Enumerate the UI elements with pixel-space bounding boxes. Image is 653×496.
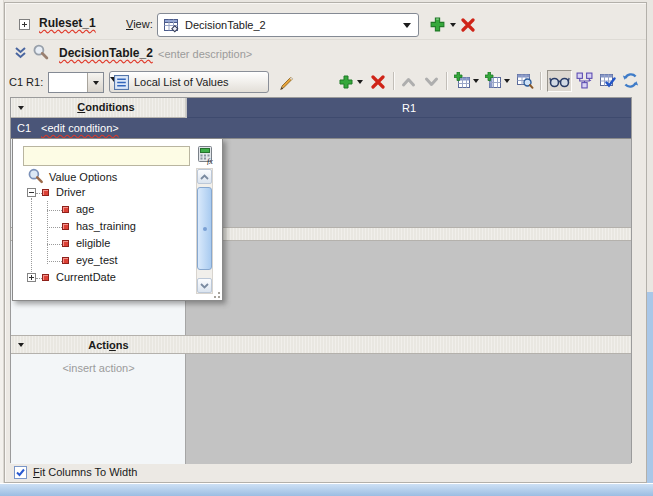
- edit-pencil-icon: [277, 72, 296, 91]
- toolbar: C1 R1: Local List of Values: [5, 68, 646, 95]
- scroll-up-button[interactable]: [197, 169, 212, 184]
- decision-table-editor-window: Ruleset_1 View: DecisionTable_2: [0, 0, 653, 496]
- move-up-button[interactable]: [401, 76, 416, 90]
- insert-row-caret-icon[interactable]: [473, 79, 479, 83]
- tree-collapse-icon[interactable]: [27, 188, 36, 197]
- view-selected-value: DecisionTable_2: [185, 19, 266, 31]
- tree-node-currentdate[interactable]: CurrentDate: [13, 270, 193, 286]
- actions-rest: ns: [116, 339, 129, 351]
- glasses-icon: [549, 75, 570, 88]
- merge-cells-button[interactable]: [576, 72, 593, 91]
- show-values-toggle-button[interactable]: [547, 70, 572, 92]
- actions-header-row[interactable]: Actions: [11, 335, 631, 354]
- values-mode-combobox[interactable]: Local List of Values: [109, 71, 269, 93]
- window-edge-bottom: [0, 483, 653, 496]
- condition-row-id: C1: [17, 122, 31, 134]
- value-search-input[interactable]: [23, 146, 190, 166]
- attribute-icon: [62, 206, 69, 213]
- toolbar-separator: [393, 72, 394, 90]
- move-down-button[interactable]: [424, 76, 439, 90]
- add-column-table-icon: [485, 72, 502, 89]
- values-mode-value: Local List of Values: [134, 76, 229, 88]
- calculator-fx-icon: fx: [196, 145, 216, 165]
- insert-column-button[interactable]: [485, 72, 502, 91]
- delete-icon: [371, 75, 385, 89]
- condition-row-c1[interactable]: C1 <edit condition>: [11, 118, 631, 139]
- view-combobox[interactable]: DecisionTable_2: [157, 13, 419, 37]
- view-combo-caret-icon[interactable]: [403, 23, 411, 28]
- tree-node-label[interactable]: Driver: [56, 186, 85, 198]
- cell-value-caret-button[interactable]: [87, 73, 103, 92]
- insert-action-placeholder[interactable]: <insert action>: [11, 362, 186, 374]
- tree-node-label[interactable]: eye_test: [76, 254, 118, 266]
- value-options-popup: fx Value Options Driver age: [12, 138, 223, 301]
- view-label-rest: iew:: [133, 18, 153, 30]
- insert-column-caret-icon[interactable]: [504, 79, 510, 83]
- insert-row-button[interactable]: [454, 72, 471, 91]
- merge-cells-icon: [576, 72, 593, 89]
- add-condition-caret-icon[interactable]: [357, 80, 363, 84]
- attribute-icon: [42, 189, 49, 196]
- conditions-header-cell[interactable]: Conditions: [11, 98, 186, 118]
- find-cell-table-icon: [516, 72, 534, 89]
- tree-expand-icon[interactable]: [27, 273, 36, 282]
- fit-mnemonic: F: [33, 466, 40, 478]
- ruleset-name: Ruleset_1: [39, 16, 96, 30]
- tree-node-label[interactable]: has_training: [76, 220, 136, 232]
- refresh-button[interactable]: [622, 72, 639, 91]
- expression-builder-button[interactable]: fx: [196, 145, 216, 167]
- conditions-menu-caret-icon[interactable]: [18, 106, 24, 110]
- move-up-icon: [401, 76, 416, 88]
- tree-node-driver[interactable]: Driver: [13, 185, 193, 201]
- view-label: View:: [126, 18, 153, 30]
- collapse-chevrons-icon[interactable]: [14, 46, 27, 62]
- add-view-button[interactable]: [429, 16, 446, 35]
- actions-menu-caret-icon[interactable]: [18, 343, 24, 347]
- edit-values-button[interactable]: [277, 72, 296, 93]
- fit-columns-label[interactable]: Fit Columns To Width: [33, 466, 137, 478]
- popup-resize-grip[interactable]: [210, 288, 220, 298]
- tree-node-eligible[interactable]: eligible: [13, 236, 193, 252]
- attribute-icon: [62, 257, 69, 264]
- conditions-header-label: Conditions: [31, 101, 181, 113]
- search-icon[interactable]: [32, 44, 49, 63]
- svg-text:fx: fx: [207, 157, 213, 165]
- popup-scrollbar[interactable]: [196, 168, 213, 294]
- add-view-caret-icon[interactable]: [450, 23, 456, 27]
- caret-down-icon: [93, 81, 99, 85]
- ruleset-bar: Ruleset_1 View: DecisionTable_2: [5, 8, 646, 40]
- edit-condition-placeholder[interactable]: <edit condition>: [41, 122, 119, 134]
- add-condition-button[interactable]: [338, 74, 354, 92]
- window-edge-right: [647, 292, 653, 483]
- attribute-icon: [42, 274, 49, 281]
- cell-value-combobox[interactable]: [48, 72, 104, 93]
- move-down-icon: [424, 76, 439, 88]
- scrollbar-thumb[interactable]: [197, 187, 212, 270]
- tree-node-label[interactable]: age: [76, 203, 94, 215]
- scroll-down-icon: [200, 283, 209, 289]
- fit-rest: it Columns To Width: [40, 466, 138, 478]
- description-placeholder[interactable]: <enter description>: [158, 48, 252, 60]
- expand-ruleset-icon[interactable]: [19, 19, 30, 30]
- validate-table-button[interactable]: [599, 72, 616, 91]
- delete-button[interactable]: [371, 75, 385, 91]
- tree-node-label[interactable]: CurrentDate: [56, 271, 116, 283]
- grid-header-row: Conditions R1: [11, 98, 631, 118]
- actions-header-label: Actions: [31, 339, 186, 351]
- tree-node-eye-test[interactable]: eye_test: [13, 253, 193, 269]
- add-icon: [338, 74, 354, 90]
- footer-bar: Fit Columns To Width: [5, 465, 646, 482]
- delete-view-button[interactable]: [461, 18, 475, 34]
- add-icon: [429, 16, 446, 33]
- fit-columns-checkbox[interactable]: [14, 466, 27, 479]
- scroll-up-icon: [200, 174, 209, 180]
- decision-table-title-bar: DecisionTable_2 <enter description>: [5, 41, 646, 67]
- delete-icon: [461, 18, 475, 32]
- tree-node-age[interactable]: age: [13, 202, 193, 218]
- tree-node-has-training[interactable]: has_training: [13, 219, 193, 235]
- value-options-root-label[interactable]: Value Options: [49, 171, 117, 183]
- actions-body-area: <insert action>: [11, 354, 631, 464]
- find-cell-button[interactable]: [516, 72, 534, 91]
- tree-node-label[interactable]: eligible: [76, 237, 110, 249]
- rule-column-header[interactable]: R1: [187, 98, 631, 118]
